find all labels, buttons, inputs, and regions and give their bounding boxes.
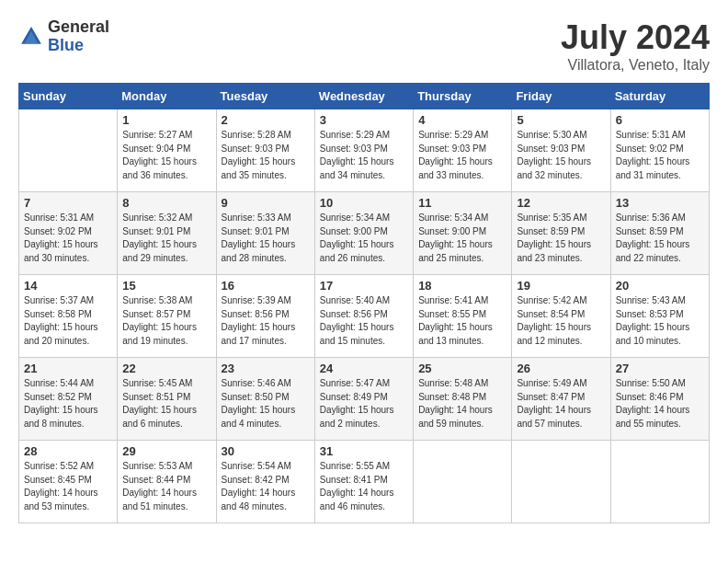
calendar-cell xyxy=(414,441,512,523)
calendar-cell: 6Sunrise: 5:31 AM Sunset: 9:02 PM Daylig… xyxy=(610,109,709,192)
logo-icon xyxy=(18,24,44,50)
day-number: 6 xyxy=(616,113,704,127)
calendar-week-row: 14Sunrise: 5:37 AM Sunset: 8:58 PM Dayli… xyxy=(19,275,710,358)
calendar-cell: 28Sunrise: 5:52 AM Sunset: 8:45 PM Dayli… xyxy=(19,441,118,523)
calendar-cell: 3Sunrise: 5:29 AM Sunset: 9:03 PM Daylig… xyxy=(314,109,413,192)
day-number: 30 xyxy=(222,444,310,458)
day-number: 23 xyxy=(222,362,310,375)
calendar-cell: 23Sunrise: 5:46 AM Sunset: 8:50 PM Dayli… xyxy=(216,358,314,441)
day-number: 26 xyxy=(517,362,605,375)
day-info: Sunrise: 5:37 AM Sunset: 8:58 PM Dayligh… xyxy=(24,294,112,348)
calendar-cell: 16Sunrise: 5:39 AM Sunset: 8:56 PM Dayli… xyxy=(216,275,314,358)
day-number: 29 xyxy=(122,444,210,458)
day-number: 27 xyxy=(616,362,704,375)
calendar-table: SundayMondayTuesdayWednesdayThursdayFrid… xyxy=(18,83,710,523)
title-block: July 2024 Villatora, Veneto, Italy xyxy=(561,18,710,74)
day-number: 12 xyxy=(517,196,605,210)
day-info: Sunrise: 5:43 AM Sunset: 8:53 PM Dayligh… xyxy=(616,294,704,348)
day-header-sunday: Sunday xyxy=(19,84,118,109)
day-info: Sunrise: 5:31 AM Sunset: 9:02 PM Dayligh… xyxy=(616,129,704,182)
calendar-cell: 30Sunrise: 5:54 AM Sunset: 8:42 PM Dayli… xyxy=(216,441,314,523)
day-header-thursday: Thursday xyxy=(414,84,512,109)
day-info: Sunrise: 5:27 AM Sunset: 9:04 PM Dayligh… xyxy=(122,129,210,182)
subtitle: Villatora, Veneto, Italy xyxy=(561,57,710,74)
calendar-cell: 31Sunrise: 5:55 AM Sunset: 8:41 PM Dayli… xyxy=(314,441,413,523)
day-number: 5 xyxy=(517,113,605,127)
day-info: Sunrise: 5:46 AM Sunset: 8:50 PM Dayligh… xyxy=(222,377,310,431)
day-info: Sunrise: 5:30 AM Sunset: 9:03 PM Dayligh… xyxy=(517,129,605,182)
calendar-cell: 2Sunrise: 5:28 AM Sunset: 9:03 PM Daylig… xyxy=(216,109,314,192)
day-number: 19 xyxy=(517,279,605,293)
day-number: 25 xyxy=(418,362,506,375)
day-number: 1 xyxy=(122,113,210,127)
calendar-cell xyxy=(610,441,709,523)
calendar-cell: 21Sunrise: 5:44 AM Sunset: 8:52 PM Dayli… xyxy=(19,358,118,441)
day-info: Sunrise: 5:45 AM Sunset: 8:51 PM Dayligh… xyxy=(122,377,210,431)
calendar-cell: 26Sunrise: 5:49 AM Sunset: 8:47 PM Dayli… xyxy=(512,358,610,441)
day-number: 18 xyxy=(418,279,506,293)
calendar-cell: 11Sunrise: 5:34 AM Sunset: 9:00 PM Dayli… xyxy=(414,192,512,275)
calendar-cell: 17Sunrise: 5:40 AM Sunset: 8:56 PM Dayli… xyxy=(314,275,413,358)
day-info: Sunrise: 5:34 AM Sunset: 9:00 PM Dayligh… xyxy=(320,212,408,265)
calendar-cell: 9Sunrise: 5:33 AM Sunset: 9:01 PM Daylig… xyxy=(216,192,314,275)
calendar-body: 1Sunrise: 5:27 AM Sunset: 9:04 PM Daylig… xyxy=(19,109,710,523)
day-number: 20 xyxy=(616,279,704,293)
calendar-cell: 10Sunrise: 5:34 AM Sunset: 9:00 PM Dayli… xyxy=(314,192,413,275)
calendar-week-row: 21Sunrise: 5:44 AM Sunset: 8:52 PM Dayli… xyxy=(19,358,710,441)
day-info: Sunrise: 5:49 AM Sunset: 8:47 PM Dayligh… xyxy=(517,377,605,431)
day-number: 7 xyxy=(24,196,112,210)
day-info: Sunrise: 5:28 AM Sunset: 9:03 PM Dayligh… xyxy=(222,129,310,182)
day-header-saturday: Saturday xyxy=(610,84,709,109)
calendar-cell: 27Sunrise: 5:50 AM Sunset: 8:46 PM Dayli… xyxy=(610,358,709,441)
day-number: 8 xyxy=(122,196,210,210)
calendar-cell: 18Sunrise: 5:41 AM Sunset: 8:55 PM Dayli… xyxy=(414,275,512,358)
day-info: Sunrise: 5:35 AM Sunset: 8:59 PM Dayligh… xyxy=(517,212,605,265)
day-header-tuesday: Tuesday xyxy=(216,84,314,109)
day-number: 13 xyxy=(616,196,704,210)
day-number: 31 xyxy=(320,444,408,458)
calendar-cell: 12Sunrise: 5:35 AM Sunset: 8:59 PM Dayli… xyxy=(512,192,610,275)
main-title: July 2024 xyxy=(561,18,710,57)
day-info: Sunrise: 5:38 AM Sunset: 8:57 PM Dayligh… xyxy=(122,294,210,348)
page-header: General Blue July 2024 Villatora, Veneto… xyxy=(18,18,710,74)
day-info: Sunrise: 5:31 AM Sunset: 9:02 PM Dayligh… xyxy=(24,212,112,265)
day-info: Sunrise: 5:44 AM Sunset: 8:52 PM Dayligh… xyxy=(24,377,112,431)
day-number: 28 xyxy=(24,444,112,458)
day-info: Sunrise: 5:50 AM Sunset: 8:46 PM Dayligh… xyxy=(616,377,704,431)
day-number: 10 xyxy=(320,196,408,210)
calendar-cell: 4Sunrise: 5:29 AM Sunset: 9:03 PM Daylig… xyxy=(414,109,512,192)
day-number: 3 xyxy=(320,113,408,127)
day-info: Sunrise: 5:32 AM Sunset: 9:01 PM Dayligh… xyxy=(122,212,210,265)
logo: General Blue xyxy=(18,18,109,55)
day-number: 22 xyxy=(122,362,210,375)
calendar-week-row: 28Sunrise: 5:52 AM Sunset: 8:45 PM Dayli… xyxy=(19,441,710,523)
day-info: Sunrise: 5:29 AM Sunset: 9:03 PM Dayligh… xyxy=(320,129,408,182)
calendar-cell xyxy=(19,109,118,192)
logo-blue-text: Blue xyxy=(48,37,109,55)
calendar-cell: 25Sunrise: 5:48 AM Sunset: 8:48 PM Dayli… xyxy=(414,358,512,441)
calendar-cell: 8Sunrise: 5:32 AM Sunset: 9:01 PM Daylig… xyxy=(118,192,216,275)
day-number: 16 xyxy=(222,279,310,293)
calendar-cell: 5Sunrise: 5:30 AM Sunset: 9:03 PM Daylig… xyxy=(512,109,610,192)
calendar-cell: 24Sunrise: 5:47 AM Sunset: 8:49 PM Dayli… xyxy=(314,358,413,441)
day-info: Sunrise: 5:42 AM Sunset: 8:54 PM Dayligh… xyxy=(517,294,605,348)
calendar-cell xyxy=(512,441,610,523)
day-info: Sunrise: 5:29 AM Sunset: 9:03 PM Dayligh… xyxy=(418,129,506,182)
day-number: 4 xyxy=(418,113,506,127)
calendar-week-row: 7Sunrise: 5:31 AM Sunset: 9:02 PM Daylig… xyxy=(19,192,710,275)
day-info: Sunrise: 5:40 AM Sunset: 8:56 PM Dayligh… xyxy=(320,294,408,348)
calendar-cell: 22Sunrise: 5:45 AM Sunset: 8:51 PM Dayli… xyxy=(118,358,216,441)
calendar-week-row: 1Sunrise: 5:27 AM Sunset: 9:04 PM Daylig… xyxy=(19,109,710,192)
logo-general-text: General xyxy=(48,18,109,37)
day-info: Sunrise: 5:34 AM Sunset: 9:00 PM Dayligh… xyxy=(418,212,506,265)
day-info: Sunrise: 5:53 AM Sunset: 8:44 PM Dayligh… xyxy=(122,460,210,513)
day-info: Sunrise: 5:39 AM Sunset: 8:56 PM Dayligh… xyxy=(222,294,310,348)
day-header-friday: Friday xyxy=(512,84,610,109)
calendar-header-row: SundayMondayTuesdayWednesdayThursdayFrid… xyxy=(19,84,710,109)
day-number: 15 xyxy=(122,279,210,293)
day-info: Sunrise: 5:48 AM Sunset: 8:48 PM Dayligh… xyxy=(418,377,506,431)
day-number: 21 xyxy=(24,362,112,375)
day-number: 14 xyxy=(24,279,112,293)
day-info: Sunrise: 5:41 AM Sunset: 8:55 PM Dayligh… xyxy=(418,294,506,348)
calendar-cell: 19Sunrise: 5:42 AM Sunset: 8:54 PM Dayli… xyxy=(512,275,610,358)
